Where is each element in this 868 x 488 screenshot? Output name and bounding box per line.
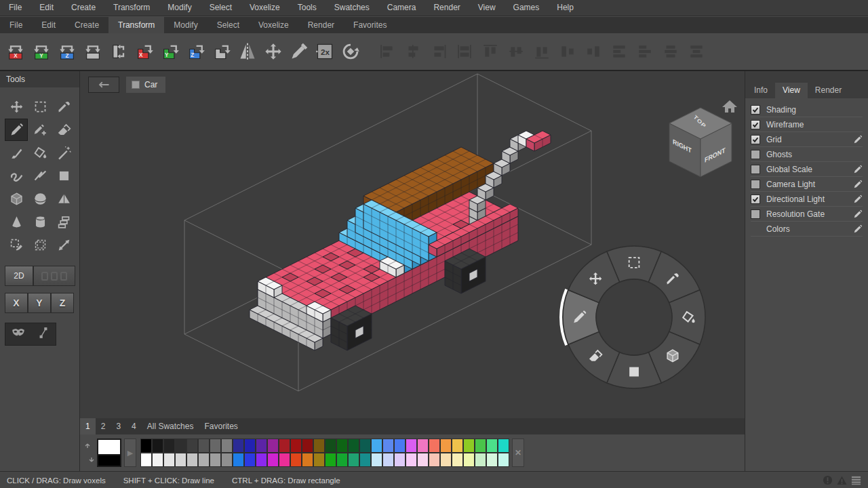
color-swatch[interactable] <box>267 453 279 467</box>
model-tab-car[interactable]: Car <box>126 77 165 93</box>
swatch-tab-favorites[interactable]: Favorites <box>199 418 243 434</box>
color-swatch[interactable] <box>198 453 210 467</box>
color-swatch[interactable] <box>221 453 233 467</box>
ribbon-tab-create[interactable]: Create <box>65 17 108 33</box>
tool-extrude[interactable] <box>52 211 75 233</box>
checkbox-shading[interactable] <box>751 105 760 115</box>
ribbon-tab-render[interactable]: Render <box>298 17 344 33</box>
color-swatch[interactable] <box>382 439 394 453</box>
color-swatch[interactable] <box>394 453 406 467</box>
color-swatch[interactable] <box>371 453 382 467</box>
tool-picker[interactable] <box>52 96 75 118</box>
color-swatch[interactable] <box>429 453 440 467</box>
tool-bucket[interactable] <box>28 142 52 164</box>
color-chip[interactable] <box>97 439 121 467</box>
color-swatch[interactable] <box>175 439 186 453</box>
tool-eraser[interactable] <box>52 119 75 141</box>
checkbox-ghosts[interactable] <box>751 150 760 159</box>
tool-scale[interactable] <box>52 234 75 256</box>
menu-games[interactable]: Games <box>505 0 549 16</box>
color-swatch[interactable] <box>313 439 325 453</box>
color-swatch[interactable] <box>429 439 440 453</box>
color-swatch[interactable] <box>486 453 498 467</box>
checkbox-global-scale[interactable] <box>751 165 760 174</box>
color-swatch[interactable] <box>325 439 336 453</box>
ribbon-tab-modify[interactable]: Modify <box>164 17 207 33</box>
edit-pencil-icon[interactable] <box>853 165 863 174</box>
menu-modify[interactable]: Modify <box>159 0 200 16</box>
menu-view[interactable]: View <box>469 0 505 16</box>
voxel-model-car[interactable] <box>250 131 551 350</box>
color-swatch[interactable] <box>475 439 486 453</box>
color-swatch[interactable] <box>313 453 325 467</box>
voxel-scene[interactable]: TOPRIGHTFRONT <box>80 71 745 418</box>
mode-boxes-button[interactable] <box>33 266 75 286</box>
panel-tab-view[interactable]: View <box>775 83 808 98</box>
color-swatch[interactable] <box>244 439 256 453</box>
color-swatch[interactable] <box>233 453 244 467</box>
color-swatch[interactable] <box>186 439 198 453</box>
secondary-color[interactable] <box>97 455 121 467</box>
color-swatch[interactable] <box>475 453 486 467</box>
edit-pencil-icon[interactable] <box>853 224 863 234</box>
tool-cylinder[interactable] <box>28 211 52 233</box>
axis-x-button[interactable]: X <box>5 293 28 313</box>
toolbar-flip-axis-z[interactable]: Z <box>56 40 79 63</box>
color-swatch[interactable] <box>279 453 290 467</box>
menu-tools[interactable]: Tools <box>289 0 326 16</box>
toolbar-orbit[interactable] <box>339 40 362 63</box>
error-icon[interactable] <box>823 475 833 485</box>
tool-select[interactable] <box>28 96 52 118</box>
color-swatch[interactable] <box>290 439 302 453</box>
ribbon-tab-favorites[interactable]: Favorites <box>344 17 396 33</box>
color-swatch[interactable] <box>348 453 359 467</box>
color-swatch[interactable] <box>359 439 371 453</box>
swap-colors-icon[interactable] <box>84 441 95 464</box>
tool-cage[interactable] <box>28 234 52 256</box>
ribbon-tab-edit[interactable]: Edit <box>32 17 65 33</box>
color-swatch[interactable] <box>371 439 382 453</box>
toolbar-rotate-axis[interactable] <box>210 40 233 63</box>
color-swatch[interactable] <box>267 439 279 453</box>
checkbox-resolution-gate[interactable] <box>751 209 760 219</box>
color-swatch[interactable] <box>163 453 175 467</box>
color-swatch[interactable] <box>440 439 452 453</box>
checkbox-camera-light[interactable] <box>751 180 760 189</box>
color-swatch[interactable] <box>394 439 406 453</box>
color-swatch[interactable] <box>406 439 417 453</box>
color-swatch[interactable] <box>498 439 509 453</box>
color-swatch[interactable] <box>336 439 348 453</box>
toolbar-rotate-axis-y[interactable]: Y <box>159 40 182 63</box>
color-swatch[interactable] <box>198 439 210 453</box>
checkbox-directional-light[interactable] <box>751 195 760 204</box>
color-swatch[interactable] <box>186 453 198 467</box>
swatch-tab-all-swatches[interactable]: All Swatches <box>142 418 199 434</box>
tool-pencil[interactable] <box>5 119 28 141</box>
color-swatch[interactable] <box>325 453 336 467</box>
menu-select[interactable]: Select <box>201 0 241 16</box>
tool-brush[interactable] <box>5 142 28 164</box>
color-swatch[interactable] <box>406 453 417 467</box>
swatch-tab-1[interactable]: 1 <box>80 418 96 434</box>
color-swatch[interactable] <box>302 439 313 453</box>
color-swatch[interactable] <box>256 439 267 453</box>
home-icon[interactable] <box>722 100 737 113</box>
warning-icon[interactable] <box>837 475 847 485</box>
color-swatch[interactable] <box>498 453 509 467</box>
toolbar-move[interactable] <box>262 40 285 63</box>
color-swatch[interactable] <box>302 453 313 467</box>
back-button[interactable] <box>88 77 119 93</box>
color-swatch[interactable] <box>221 439 233 453</box>
panel-tab-info[interactable]: Info <box>747 83 775 98</box>
checkbox-grid[interactable] <box>751 135 760 144</box>
swatch-arrow-button[interactable]: ▶ <box>124 439 136 467</box>
toolbar-rotate-axis-z[interactable]: Z <box>184 40 208 63</box>
tool-sphere[interactable] <box>28 188 52 210</box>
edit-pencil-icon[interactable] <box>853 180 863 189</box>
color-swatch[interactable] <box>382 453 394 467</box>
ribbon-tab-select[interactable]: Select <box>208 17 249 33</box>
toolbar-mirror[interactable] <box>236 40 259 63</box>
swatch-close-button[interactable]: ✕ <box>512 439 524 467</box>
log-icon[interactable] <box>851 475 861 485</box>
ribbon-tab-voxelize[interactable]: Voxelize <box>249 17 298 33</box>
